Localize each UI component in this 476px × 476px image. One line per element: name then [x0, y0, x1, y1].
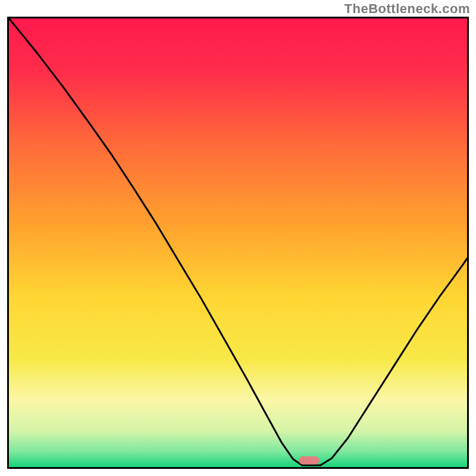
- chart-frame: TheBottleneck.com: [0, 0, 476, 476]
- watermark-text: TheBottleneck.com: [345, 1, 470, 17]
- background-gradient: [9, 18, 467, 467]
- svg-rect-0: [9, 18, 467, 467]
- plot-area: [7, 17, 469, 469]
